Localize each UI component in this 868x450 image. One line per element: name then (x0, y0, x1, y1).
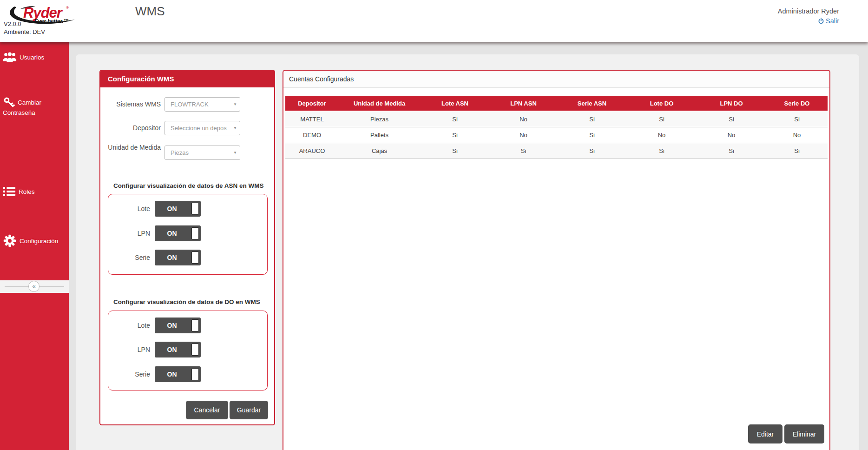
field-row-depositor: Depositor Seleccione un depos (100, 121, 274, 135)
chevrons-left-icon: « (32, 283, 35, 290)
toggle-knob (191, 251, 199, 264)
toggle-label: Serie (111, 366, 150, 382)
table-row[interactable]: MATTEL Piezas Si No Si Si Si Si (285, 111, 828, 127)
sidebar-collapse-strip: « (0, 280, 69, 293)
edit-button[interactable]: Editar (748, 424, 783, 443)
cell-depositor: MATTEL (285, 111, 339, 127)
cell-lpn-do: Si (697, 111, 766, 127)
sidebar-item-cambiar-contrasena[interactable]: Cambiar Contraseña (3, 96, 67, 117)
cell-lpn-asn: No (490, 127, 557, 143)
table-row[interactable]: ARAUCO Cajas Si Si Si Si Si Si (285, 143, 828, 159)
toggle-label: Serie (111, 250, 150, 265)
sidebar-nav: Usuarios Cambiar Contraseña Roles (0, 42, 69, 450)
cell-serie-asn: Si (557, 143, 627, 159)
toggle-row-serie-do: Serie ON (108, 366, 266, 382)
sidebar-item-usuarios[interactable]: Usuarios (3, 47, 68, 67)
cell-lote-asn: Si (420, 111, 490, 127)
field-row-unidad-medida: Unidad de Medida Piezas (100, 142, 274, 162)
gear-icon (3, 234, 17, 248)
toggle-state: ON (155, 201, 189, 217)
column-header: Unidad de Medida (339, 96, 420, 111)
save-button[interactable]: Guardar (230, 401, 268, 419)
logout-label: Salir (826, 17, 839, 25)
cell-lote-do: No (627, 127, 697, 143)
unidad-medida-select[interactable]: Piezas (164, 146, 240, 160)
cell-unidad: Cajas (339, 143, 420, 159)
asn-section-heading: Configurar visualización de datos de ASN… (113, 182, 270, 189)
lpn-asn-toggle[interactable]: ON (155, 225, 201, 241)
toggle-row-lote-asn: Lote ON (108, 201, 266, 217)
column-header: Serie ASN (557, 96, 627, 111)
select-value: Seleccione un depos (171, 125, 227, 132)
cell-serie-do: No (766, 127, 828, 143)
lpn-do-toggle[interactable]: ON (155, 342, 201, 357)
toggle-label: LPN (111, 225, 150, 241)
config-panel-title: Configuración WMS (100, 71, 274, 87)
toggle-knob (191, 227, 199, 239)
page-title: WMS (135, 4, 165, 19)
key-icon (3, 96, 16, 109)
config-wms-panel: Configuración WMS Sistemas WMS FLOWTRACK… (99, 70, 275, 425)
column-header: LPN ASN (490, 96, 557, 111)
cell-lote-asn: Si (420, 127, 490, 143)
toggle-state: ON (155, 342, 189, 357)
field-label: Depositor (103, 121, 161, 135)
sidebar-item-label: Roles (19, 188, 35, 195)
cell-serie-asn: Si (557, 111, 627, 127)
serie-do-toggle[interactable]: ON (155, 366, 201, 382)
toggle-knob (191, 368, 199, 380)
cell-serie-do: Si (766, 143, 828, 159)
cell-lpn-asn: Si (490, 143, 557, 159)
lote-do-toggle[interactable]: ON (155, 318, 201, 333)
toggle-knob (191, 344, 199, 356)
select-value: FLOWTRACK (171, 101, 209, 108)
column-header: Lote DO (627, 96, 697, 111)
cell-serie-do: Si (766, 111, 828, 127)
serie-asn-toggle[interactable]: ON (155, 250, 201, 265)
sidebar-collapse-button[interactable]: « (28, 281, 39, 292)
lote-asn-toggle[interactable]: ON (155, 201, 201, 217)
column-header: Depositor (285, 96, 339, 111)
cancel-button[interactable]: Cancelar (186, 401, 228, 419)
cell-unidad: Pallets (339, 127, 420, 143)
do-section-heading: Configurar visualización de datos de DO … (113, 298, 270, 305)
sidebar-item-configuracion[interactable]: Configuración (3, 231, 68, 251)
environment-label: Ambiente: DEV (4, 28, 45, 35)
cell-depositor: ARAUCO (285, 143, 339, 159)
sidebar-item-label: Usuarios (20, 54, 44, 61)
cell-unidad: Piezas (339, 111, 420, 127)
toggle-label: Lote (111, 201, 150, 217)
registered-mark: ® (66, 6, 69, 10)
toggle-row-lpn-asn: LPN ON (108, 225, 266, 241)
sidebar-item-label: Configuración (20, 238, 58, 245)
cell-lpn-do: Si (697, 143, 766, 159)
column-header: LPN DO (697, 96, 766, 111)
table-row[interactable]: DEMO Pallets Si No Si No No No (285, 127, 828, 143)
top-header: Ryder ® Ever better.™ V2.0.0 Ambiente: D… (0, 0, 868, 42)
users-icon (3, 51, 17, 63)
sidebar-item-roles[interactable]: Roles (3, 181, 68, 202)
cell-depositor: DEMO (285, 127, 339, 143)
toggle-label: Lote (111, 318, 150, 333)
cell-lpn-do: No (697, 127, 766, 143)
logout-link[interactable]: Salir (700, 17, 839, 25)
power-icon (818, 18, 824, 24)
toggle-state: ON (155, 250, 189, 265)
toggle-row-lote-do: Lote ON (108, 318, 266, 333)
roles-list-icon (3, 186, 16, 197)
toggle-state: ON (155, 318, 189, 333)
asn-toggle-group: Lote ON LPN ON Serie ON (108, 194, 268, 275)
cell-lpn-asn: No (490, 111, 557, 127)
sistemas-wms-select[interactable]: FLOWTRACK (164, 97, 240, 112)
field-label: Unidad de Medida (103, 143, 161, 152)
brand-tagline: Ever better.™ (34, 18, 69, 24)
column-header: Serie DO (766, 96, 828, 111)
cell-serie-asn: Si (557, 127, 627, 143)
delete-button[interactable]: Eliminar (784, 424, 824, 443)
accounts-table: Depositor Unidad de Medida Lote ASN LPN … (285, 96, 828, 159)
field-row-sistemas-wms: Sistemas WMS FLOWTRACK (100, 97, 274, 112)
toggle-label: LPN (111, 342, 150, 357)
toggle-knob (191, 319, 199, 331)
cell-lote-asn: Si (420, 143, 490, 159)
depositor-select[interactable]: Seleccione un depos (164, 121, 240, 135)
